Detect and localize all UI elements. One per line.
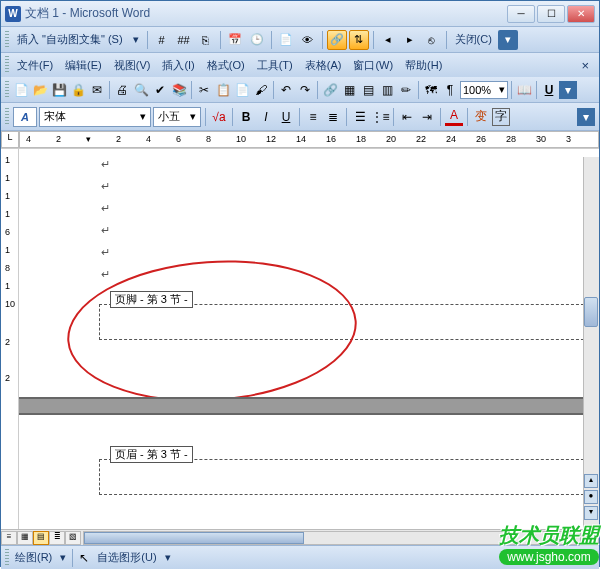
switch-header-footer-icon[interactable]: ⇅ bbox=[349, 30, 369, 50]
vertical-ruler[interactable]: 1 1 1 1 6 1 8 1 10 2 2 bbox=[1, 149, 19, 529]
grip-icon[interactable] bbox=[5, 31, 9, 49]
mail-icon[interactable]: ✉ bbox=[88, 81, 106, 99]
menu-view[interactable]: 视图(V) bbox=[108, 56, 157, 75]
page-break bbox=[19, 397, 599, 415]
menu-format[interactable]: 格式(O) bbox=[201, 56, 251, 75]
menu-file[interactable]: 文件(F) bbox=[11, 56, 59, 75]
toolbar-options-icon[interactable]: ▾ bbox=[559, 81, 577, 99]
numbering-icon[interactable]: ☰ bbox=[351, 108, 369, 126]
char-shading-icon[interactable]: 字 bbox=[492, 108, 510, 126]
redo-icon[interactable]: ↷ bbox=[296, 81, 314, 99]
menu-bar: 文件(F) 编辑(E) 视图(V) 插入(I) 格式(O) 工具(T) 表格(A… bbox=[1, 53, 599, 77]
draw-menu[interactable]: 绘图(R) bbox=[11, 550, 56, 565]
link-icon[interactable]: ⎋ bbox=[422, 30, 442, 50]
ruler-corner: L bbox=[1, 131, 19, 148]
maximize-button[interactable]: ☐ bbox=[537, 5, 565, 23]
italic-icon[interactable]: I bbox=[257, 108, 275, 126]
align-center-icon[interactable]: ≣ bbox=[324, 108, 342, 126]
print-icon[interactable]: 🖨 bbox=[113, 81, 131, 99]
page-setup-icon[interactable]: 📄 bbox=[276, 30, 296, 50]
menu-edit[interactable]: 编辑(E) bbox=[59, 56, 108, 75]
zoom-select[interactable]: 100%▾ bbox=[460, 81, 508, 99]
bullets-icon[interactable]: ⋮≡ bbox=[371, 108, 389, 126]
menu-table[interactable]: 表格(A) bbox=[299, 56, 348, 75]
drawing-icon[interactable]: ✏ bbox=[397, 81, 415, 99]
grip-icon[interactable] bbox=[5, 81, 9, 99]
hyperlink-icon[interactable]: 🔗 bbox=[321, 81, 339, 99]
grip-icon[interactable] bbox=[5, 56, 9, 74]
outdent-icon[interactable]: ⇤ bbox=[398, 108, 416, 126]
preview-icon[interactable]: 🔍 bbox=[132, 81, 150, 99]
table-icon[interactable]: ▦ bbox=[340, 81, 358, 99]
paste-icon[interactable]: 📄 bbox=[233, 81, 251, 99]
menu-help[interactable]: 帮助(H) bbox=[399, 56, 448, 75]
underline-icon[interactable]: U bbox=[277, 108, 295, 126]
print-view-icon[interactable]: ▤ bbox=[33, 531, 49, 545]
grip-icon[interactable] bbox=[5, 549, 9, 567]
cut-icon[interactable]: ✂ bbox=[195, 81, 213, 99]
indent-icon[interactable]: ⇥ bbox=[418, 108, 436, 126]
same-as-previous-icon[interactable]: 🔗 bbox=[327, 30, 347, 50]
fontsize-select[interactable]: 小五▾ bbox=[153, 107, 201, 127]
dropdown-icon: ▾ bbox=[129, 33, 143, 46]
normal-view-icon[interactable]: ≡ bbox=[1, 531, 17, 545]
format-page-num-icon[interactable]: ⎘ bbox=[196, 30, 216, 50]
vertical-scrollbar[interactable]: ▴ ● ▾ bbox=[583, 157, 599, 536]
close-headerfooter-button[interactable]: 关闭(C) bbox=[451, 32, 496, 47]
format-painter-icon[interactable]: 🖌 bbox=[252, 81, 270, 99]
time-icon[interactable]: 🕒 bbox=[247, 30, 267, 50]
docmap-icon[interactable]: 🗺 bbox=[422, 81, 440, 99]
show-marks-icon[interactable]: ¶ bbox=[441, 81, 459, 99]
bold-icon[interactable]: B bbox=[237, 108, 255, 126]
scroll-thumb[interactable] bbox=[584, 297, 598, 327]
copy-icon[interactable]: 📋 bbox=[214, 81, 232, 99]
columns-icon[interactable]: ▥ bbox=[378, 81, 396, 99]
toolbar-options-icon[interactable]: ▾ bbox=[577, 108, 595, 126]
toolbar-options-icon[interactable]: ▾ bbox=[498, 30, 518, 50]
research-icon[interactable]: 📚 bbox=[170, 81, 188, 99]
menu-window[interactable]: 窗口(W) bbox=[347, 56, 399, 75]
show-next-icon[interactable]: ▸ bbox=[400, 30, 420, 50]
style-select[interactable]: A bbox=[13, 107, 37, 127]
permission-icon[interactable]: 🔒 bbox=[69, 81, 87, 99]
header-area[interactable]: 页眉 - 第 3 节 - bbox=[99, 459, 589, 495]
outline-view-icon[interactable]: ≣ bbox=[49, 531, 65, 545]
grip-icon[interactable] bbox=[5, 108, 9, 126]
document-page[interactable]: ↵ ↵ ↵ ↵ ↵ ↵ 页脚 - 第 3 节 - 页眉 - 第 3 节 - bbox=[19, 149, 599, 529]
font-select[interactable]: 宋体▾ bbox=[39, 107, 151, 127]
insert-autotext-menu[interactable]: 插入 "自动图文集" (S) bbox=[13, 32, 127, 47]
phonetic-icon[interactable]: √a bbox=[210, 108, 228, 126]
close-doc-button[interactable]: × bbox=[575, 58, 595, 73]
horizontal-ruler[interactable]: L 4 2 ▾ 2 4 6 8 10 12 14 16 18 20 22 24 … bbox=[1, 131, 599, 149]
close-button[interactable]: ✕ bbox=[567, 5, 595, 23]
show-hide-icon[interactable]: 👁 bbox=[298, 30, 318, 50]
web-view-icon[interactable]: ▦ bbox=[17, 531, 33, 545]
title-bar: W 文档 1 - Microsoft Word ─ ☐ ✕ bbox=[1, 1, 599, 27]
show-previous-icon[interactable]: ◂ bbox=[378, 30, 398, 50]
save-icon[interactable]: 💾 bbox=[50, 81, 68, 99]
autoshapes-menu[interactable]: 自选图形(U) bbox=[93, 550, 160, 565]
menu-tools[interactable]: 工具(T) bbox=[251, 56, 299, 75]
next-page-icon[interactable]: ▾ bbox=[584, 506, 598, 520]
watermark-text: 技术员联盟 bbox=[499, 522, 599, 549]
select-icon[interactable]: ↖ bbox=[75, 549, 93, 567]
watermark: 技术员联盟 www.jsgho.com bbox=[499, 522, 599, 565]
font-color-icon[interactable]: A bbox=[445, 108, 463, 126]
undo-icon[interactable]: ↶ bbox=[277, 81, 295, 99]
menu-insert[interactable]: 插入(I) bbox=[156, 56, 200, 75]
new-icon[interactable]: 📄 bbox=[12, 81, 30, 99]
read-icon[interactable]: 📖 bbox=[515, 81, 533, 99]
spell-icon[interactable]: ✔ bbox=[151, 81, 169, 99]
prev-page-icon[interactable]: ▴ bbox=[584, 474, 598, 488]
page-number-icon[interactable]: # bbox=[152, 30, 172, 50]
open-icon[interactable]: 📂 bbox=[31, 81, 49, 99]
date-icon[interactable]: 📅 bbox=[225, 30, 245, 50]
browse-object-icon[interactable]: ● bbox=[584, 490, 598, 504]
underline-icon[interactable]: U bbox=[540, 81, 558, 99]
align-left-icon[interactable]: ≡ bbox=[304, 108, 322, 126]
char-border-icon[interactable]: 变 bbox=[472, 108, 490, 126]
reading-view-icon[interactable]: ▧ bbox=[65, 531, 81, 545]
excel-icon[interactable]: ▤ bbox=[359, 81, 377, 99]
minimize-button[interactable]: ─ bbox=[507, 5, 535, 23]
page-count-icon[interactable]: ## bbox=[174, 30, 194, 50]
